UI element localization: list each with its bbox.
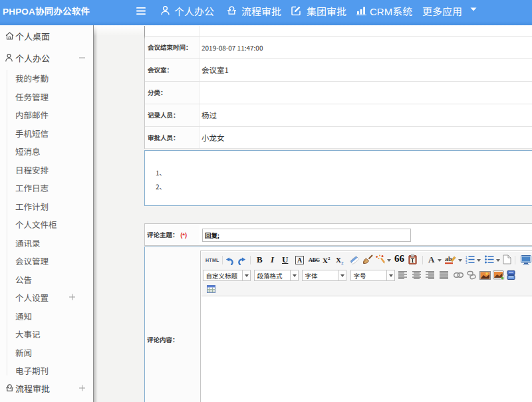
svg-text:3: 3 bbox=[466, 261, 467, 264]
svg-text:ab: ab bbox=[445, 255, 452, 262]
